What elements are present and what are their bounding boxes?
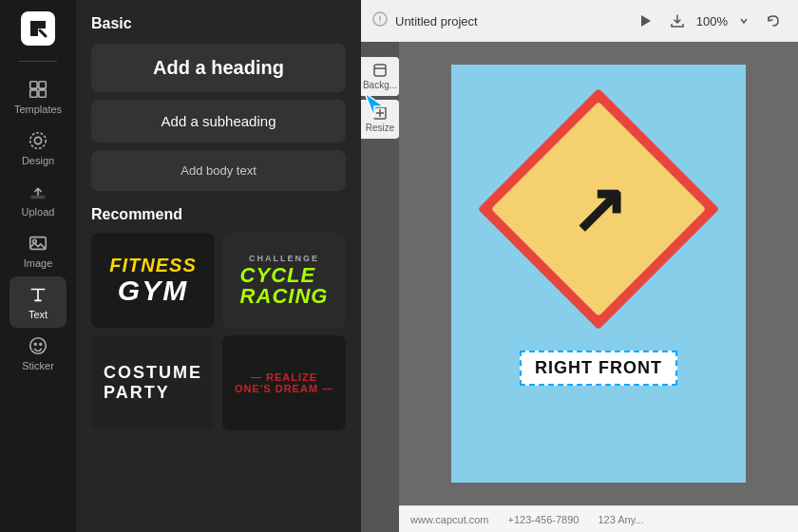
phone-text: +123-456-7890: [508, 514, 580, 525]
add-body-button[interactable]: Add body text: [91, 150, 346, 191]
svg-point-11: [34, 343, 36, 345]
sidebar-item-label: Upload: [22, 206, 55, 218]
sidebar-item-text[interactable]: Text: [10, 276, 66, 328]
canvas-bottom-bar: www.capcut.com +123-456-7890 123 Any...: [399, 505, 798, 532]
website-text: www.capcut.com: [410, 514, 489, 525]
sidebar-item-sticker[interactable]: Sticker: [0, 328, 76, 379]
background-label: Backg...: [363, 80, 397, 90]
costume-text: COSTUMEPARTY: [104, 363, 202, 403]
svg-point-12: [40, 343, 42, 345]
svg-point-5: [34, 137, 41, 143]
sidebar-item-upload[interactable]: Upload: [0, 174, 76, 225]
design-canvas: ↗ RIGHT FRONT: [451, 65, 746, 483]
template-card-fitness-gym[interactable]: FITNESS GYM: [91, 233, 215, 328]
svg-rect-4: [39, 90, 46, 97]
play-button[interactable]: [632, 10, 658, 32]
basic-title: Basic: [91, 15, 346, 32]
sidebar-item-label: Design: [22, 155, 54, 166]
svg-point-6: [30, 133, 47, 149]
template-card-costume-party[interactable]: COSTUMEPARTY: [91, 335, 215, 430]
template-card-realize[interactable]: — REALIZEONE'S DREAM —: [222, 335, 346, 430]
svg-rect-7: [31, 196, 46, 200]
export-button[interactable]: [664, 10, 691, 32]
topbar-controls: 100%: [632, 10, 787, 32]
svg-point-14: [379, 22, 381, 24]
svg-rect-16: [374, 65, 386, 76]
gym-text: GYM: [118, 276, 188, 305]
sidebar-item-templates[interactable]: Templates: [0, 71, 76, 123]
add-subheading-button[interactable]: Add a subheading: [91, 100, 346, 142]
canvas-viewport: ↗ RIGHT FRONT: [399, 42, 798, 505]
warning-icon: [372, 11, 388, 30]
undo-button[interactable]: [760, 10, 787, 32]
svg-rect-3: [30, 90, 37, 97]
template-grid: FITNESS GYM CHALLENGE CYCLERACING COSTUM…: [91, 233, 346, 430]
svg-rect-1: [30, 82, 37, 88]
template-card-cycle-racing[interactable]: CHALLENGE CYCLERACING: [222, 233, 346, 328]
zoom-dropdown-button[interactable]: [733, 12, 754, 29]
sidebar-item-label: Image: [24, 257, 53, 269]
project-title: Untitled project: [395, 14, 624, 28]
canvas-area: Untitled project 100%: [361, 0, 798, 532]
add-heading-button[interactable]: Add a heading: [91, 44, 346, 92]
background-button[interactable]: Backg...: [361, 57, 399, 96]
diamond-sign: ↗: [504, 114, 694, 304]
sidebar-item-image[interactable]: Image: [0, 225, 76, 276]
side-tools: Backg... Resize: [361, 57, 399, 139]
arrow-symbol: ↗: [570, 175, 627, 243]
right-front-textbox[interactable]: RIGHT FRONT: [520, 351, 677, 386]
app-logo: [21, 11, 55, 46]
sidebar: Templates Design Upload Image Text: [0, 0, 76, 532]
zoom-level: 100%: [696, 14, 728, 28]
cycle-racing-text: CYCLERACING: [240, 265, 329, 307]
resize-button[interactable]: Resize: [361, 100, 399, 139]
realize-text: — REALIZEONE'S DREAM —: [235, 371, 333, 394]
canvas-topbar: Untitled project 100%: [361, 0, 798, 42]
resize-label: Resize: [366, 123, 395, 133]
recommend-title: Recommend: [91, 206, 346, 223]
svg-rect-2: [39, 82, 46, 88]
sidebar-item-design[interactable]: Design: [0, 123, 76, 174]
fitness-text: FITNESS: [109, 256, 196, 275]
challenge-text: CHALLENGE: [249, 254, 319, 263]
svg-marker-15: [641, 15, 651, 27]
sidebar-item-label: Templates: [14, 104, 62, 115]
sidebar-item-label: Text: [28, 309, 48, 320]
extra-text: 123 Any...: [598, 514, 643, 525]
sidebar-item-label: Sticker: [22, 360, 54, 371]
text-panel: Basic Add a heading Add a subheading Add…: [76, 0, 361, 532]
right-front-label: RIGHT FRONT: [535, 358, 662, 377]
sidebar-divider: [19, 61, 57, 62]
